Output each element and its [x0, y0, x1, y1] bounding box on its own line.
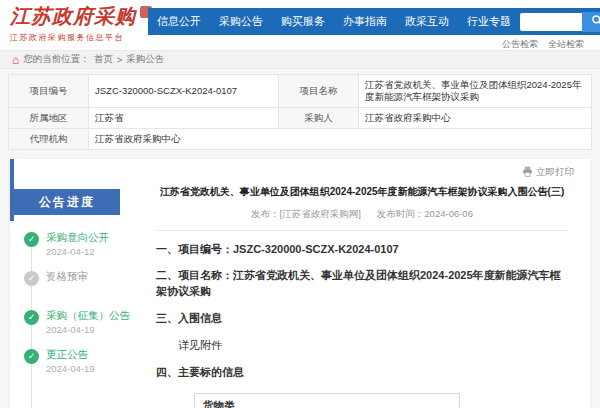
breadcrumb-home-link[interactable]: 首页 [94, 53, 113, 66]
paragraph-see-attachment: 详见附件 [156, 338, 568, 354]
progress-step-procurement-announcement[interactable]: ✓ 采购（征集）公告 2024-04-19 [10, 309, 138, 336]
project-info-table: 项目编号 JSZC-320000-SCZX-K2024-0107 项目名称 江苏… [8, 74, 592, 150]
progress-step-label: 采购意向公开 [46, 231, 138, 245]
label-project-name: 项目名称 [279, 75, 359, 108]
nav-item-interaction[interactable]: 政采互动 [396, 8, 458, 35]
goods-category-box: 货物类 详见采购文件项目 [194, 393, 460, 408]
progress-step-date: 2024-04-19 [46, 324, 138, 335]
nav-item-purchase-services[interactable]: 购买服务 [272, 8, 334, 35]
progress-title: 公告进度 [14, 189, 120, 215]
nav-item-special-topics[interactable]: 行业专题 [458, 8, 520, 35]
progress-step-prequalification: ✓ 资格预审 [10, 270, 138, 297]
paragraph-project-name: 二、项目名称：江苏省党政机关、事业单位及团体组织2024-2025年度新能源汽车… [156, 268, 568, 300]
main-navigation: 信息公开 采购公告 购买服务 办事指南 政采互动 行业专题 [148, 8, 600, 35]
progress-step-label: 采购（征集）公告 [46, 309, 138, 323]
goods-category-header: 货物类 [195, 394, 459, 408]
site-search-link[interactable]: 全站检索 [548, 38, 584, 51]
table-row: 所属地区 江苏省 采购人 江苏省政府采购中心 [9, 107, 592, 128]
paragraph-main-subject-info: 四、主要标的信息 [156, 365, 568, 381]
progress-step-intention[interactable]: ✓ 采购意向公开 2024-04-12 [10, 231, 138, 258]
search-box [520, 12, 600, 32]
value-agency: 江苏省政府采购中心 [89, 128, 592, 149]
check-icon: ✓ [24, 271, 39, 286]
logo-title: 江苏政府采购 [10, 3, 136, 30]
search-button[interactable] [582, 12, 600, 32]
nav-item-info-disclosure[interactable]: 信息公开 [148, 8, 210, 35]
paragraph-project-number: 一、项目编号：JSZC-320000-SCZX-K2024-0107 [156, 242, 568, 258]
publisher: 发布：[江苏省政府采购网] [251, 208, 361, 221]
value-region: 江苏省 [89, 107, 279, 128]
breadcrumb-current: 采购公告 [126, 53, 164, 66]
progress-step-correction-announcement[interactable]: ✓ 更正公告 2024-04-19 [10, 348, 138, 375]
breadcrumb: ⌂ 您的当前位置： 首页 > 采购公告 [0, 50, 600, 69]
progress-step-label: 更正公告 [46, 348, 138, 362]
progress-list: ✓ 采购意向公开 2024-04-12 ✓ 资格预审 ✓ 采购（征集）公告 20… [10, 231, 138, 375]
table-row: 代理机构 江苏省政府采购中心 [9, 128, 592, 149]
quick-search-links: 公告检索 全站检索 [502, 38, 584, 51]
value-purchaser: 江苏省政府采购中心 [359, 107, 592, 128]
label-project-number: 项目编号 [9, 75, 89, 108]
progress-step-date: 2024-04-19 [46, 363, 138, 374]
publish-time: 发布时间：2024-06-06 [377, 208, 473, 221]
progress-step-label: 资格预审 [46, 270, 138, 284]
announcement-search-link[interactable]: 公告检索 [502, 38, 538, 51]
check-icon: ✓ [24, 232, 39, 247]
nav-item-service-guide[interactable]: 办事指南 [334, 8, 396, 35]
breadcrumb-prefix: 您的当前位置： [23, 53, 90, 66]
printer-icon [522, 166, 533, 179]
breadcrumb-separator: > [117, 54, 123, 65]
announcement-title: 江苏省党政机关、事业单位及团体组织2024-2025年度新能源汽车框架协议采购入… [156, 185, 568, 199]
value-project-number: JSZC-320000-SCZX-K2024-0107 [89, 75, 279, 108]
search-input[interactable] [520, 13, 582, 31]
announcement-progress-sidebar: 公告进度 ✓ 采购意向公开 2024-04-12 ✓ 资格预审 ✓ 采购（征集）… [10, 159, 138, 408]
label-region: 所属地区 [9, 107, 89, 128]
search-icon [591, 14, 600, 29]
announcement-body: 江苏省党政机关、事业单位及团体组织2024-2025年度新能源汽车框架协议采购入… [138, 159, 590, 408]
label-purchaser: 采购人 [279, 107, 359, 128]
paragraph-shortlist-info: 三、入围信息 [156, 311, 568, 327]
home-icon: ⌂ [12, 54, 19, 66]
table-row: 项目编号 JSZC-320000-SCZX-K2024-0107 项目名称 江苏… [9, 75, 592, 108]
top-header: 江苏政府采购 江苏政府采购服务信息平台 信息公开 采购公告 购买服务 办事指南 … [0, 0, 600, 50]
progress-step-date: 2024-04-12 [46, 246, 138, 257]
announcement-meta: 发布：[江苏省政府采购网] 发布时间：2024-06-06 [156, 208, 568, 231]
check-icon: ✓ [24, 349, 39, 364]
value-project-name: 江苏省党政机关、事业单位及团体组织2024-2025年度新能源汽车框架协议采购 [359, 75, 592, 108]
print-button[interactable]: 立即打印 [522, 166, 574, 179]
label-agency: 代理机构 [9, 128, 89, 149]
logo-subtitle: 江苏政府采购服务信息平台 [10, 32, 152, 43]
print-label: 立即打印 [536, 166, 574, 179]
site-logo[interactable]: 江苏政府采购 江苏政府采购服务信息平台 [10, 3, 152, 43]
announcement-card: 立即打印 公告进度 ✓ 采购意向公开 2024-04-12 ✓ 资格预审 ✓ 采… [10, 159, 590, 408]
check-icon: ✓ [24, 310, 39, 325]
nav-item-procurement-announcements[interactable]: 采购公告 [210, 8, 272, 35]
sidebar-accent-bar [10, 159, 14, 221]
